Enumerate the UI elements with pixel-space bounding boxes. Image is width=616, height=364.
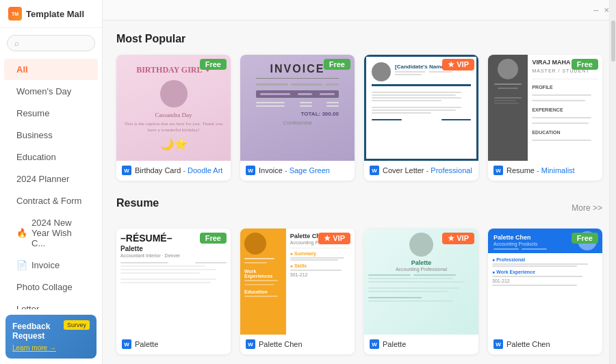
card-image-invoice: INVOICE — [240, 55, 355, 161]
most-popular-title: Most Popular — [116, 33, 602, 45]
template-card-palette-vip2[interactable]: Palette Accounting Professional — [364, 229, 478, 354]
badge-free-palette: Free — [200, 233, 227, 244]
card-name-resume-min: Resume - Minimalist — [506, 166, 575, 174]
fire-icon: 🔥 — [16, 228, 27, 238]
template-card-invoice[interactable]: INVOICE — [240, 55, 355, 181]
nav-items: All Women's Day Resume Business Educatio… — [0, 55, 102, 309]
palette-vip-preview: Work Experiences Education Palette Chen … — [240, 229, 355, 335]
nav-label-resume: Resume — [16, 108, 49, 118]
doc-icon-cover: W — [370, 166, 379, 175]
badge-free-birthday: Free — [200, 59, 227, 70]
palette-vip2-preview: Palette Accounting Professional — [364, 229, 478, 335]
template-card-palette-chen-vip[interactable]: Work Experiences Education Palette Chen … — [240, 229, 355, 354]
card-label-palette: W Palette — [116, 335, 231, 354]
close-button[interactable]: × — [604, 5, 609, 15]
doc-icon-palette-chen-free: W — [493, 339, 503, 349]
search-input[interactable] — [23, 38, 84, 48]
sidebar-item-photo-collage[interactable]: Photo Collage — [4, 276, 98, 298]
app-header: TM Template Mall — [0, 0, 102, 28]
template-card-resume-min[interactable]: VIRAJ MAHA MASTER / STUDENT PROFILE EXPE… — [488, 55, 602, 181]
card-name-palette-vip2: Palette — [383, 340, 406, 348]
nav-label-all: All — [16, 64, 28, 75]
page-wrapper: – × Most Popular BIRTHDAY GIRL ✦ Cassand… — [103, 0, 616, 364]
palette-preview: –RÉSUMÉ– Palette Accountant Interior · D… — [116, 229, 231, 335]
doc-icon-resume-min: W — [493, 166, 503, 175]
doc-icon-invoice: W — [246, 166, 255, 175]
nav-label-new-year: 2024 New Year Wish C... — [31, 218, 86, 248]
nav-label-business: Business — [16, 130, 53, 140]
invoice-preview: INVOICE — [240, 55, 355, 161]
sidebar-item-womens-day[interactable]: Women's Day — [4, 81, 98, 102]
card-image-palette-vip2: Palette Accounting Professional — [364, 229, 478, 335]
card-label-invoice: W Invoice - Sage Green — [240, 161, 355, 181]
feedback-badge: Survey — [64, 320, 90, 330]
template-card-palette-chen-free[interactable]: Palette Chen Accounting Products ● Profe… — [488, 229, 602, 354]
template-card-palette[interactable]: –RÉSUMÉ– Palette Accountant Interior · D… — [116, 229, 231, 354]
card-label-palette-chen-free: W Palette Chen — [488, 335, 602, 354]
palette-free-preview: Palette Chen Accounting Products ● Profe… — [488, 229, 602, 335]
most-popular-grid: BIRTHDAY GIRL ✦ Cassandra Day This is th… — [116, 55, 602, 181]
card-image-palette-chen: Work Experiences Education Palette Chen … — [240, 229, 355, 335]
badge-free-resume-min: Free — [572, 59, 598, 70]
resume-section-title: Resume — [116, 197, 159, 209]
resume-section-header: Resume More >> — [116, 197, 602, 219]
template-card-birthday[interactable]: BIRTHDAY GIRL ✦ Cassandra Day This is th… — [116, 55, 231, 181]
nav-label-womens-day: Women's Day — [16, 86, 71, 96]
sidebar-item-letter[interactable]: Letter — [4, 298, 98, 309]
app-title: Template Mall — [26, 9, 84, 19]
card-image-palette-chen-free: Palette Chen Accounting Products ● Profe… — [488, 229, 602, 335]
nav-label-letter: Letter — [16, 304, 39, 309]
minimize-button[interactable]: – — [593, 5, 598, 15]
feedback-box: Survey Feedback Request Learn more → — [5, 315, 97, 359]
doc-icon-palette: W — [122, 339, 131, 349]
resume-more-link[interactable]: More >> — [572, 203, 602, 213]
card-image-cover: [Candidate's Name] — [364, 55, 478, 161]
sidebar-item-all[interactable]: All — [4, 59, 98, 80]
card-name-palette: Palette — [135, 340, 158, 348]
badge-free-invoice: Free — [324, 59, 350, 70]
card-image-palette: –RÉSUMÉ– Palette Accountant Interior · D… — [116, 229, 231, 335]
sidebar-item-contract[interactable]: Contract & Form — [4, 190, 98, 211]
card-image-birthday: BIRTHDAY GIRL ✦ Cassandra Day This is th… — [116, 55, 231, 161]
sidebar-item-new-year[interactable]: 🔥 2024 New Year Wish C... — [4, 212, 98, 254]
sidebar-item-business[interactable]: Business — [4, 125, 98, 146]
nav-label-photo-collage: Photo Collage — [16, 282, 73, 292]
doc-icon-birthday: W — [122, 166, 131, 175]
search-icon: ⌕ — [14, 38, 19, 48]
feedback-link[interactable]: Learn more → — [12, 344, 56, 352]
card-label-palette-chen-vip: W Palette Chen — [240, 335, 355, 354]
sidebar: TM Template Mall ⌕ All Women's Day Resum… — [0, 0, 103, 364]
badge-vip-cover: VIP — [442, 59, 474, 70]
birthday-preview: BIRTHDAY GIRL ✦ Cassandra Day This is th… — [116, 55, 231, 161]
top-bar: – × — [103, 0, 616, 21]
scrollbar-thumb[interactable] — [611, 21, 615, 62]
main-content: Most Popular BIRTHDAY GIRL ✦ Cassandra D… — [103, 21, 616, 364]
scrollbar[interactable] — [609, 0, 616, 364]
badge-vip-palette-chen: VIP — [318, 233, 350, 244]
nav-label-contract: Contract & Form — [16, 196, 81, 206]
doc-icon-palette-vip2: W — [370, 339, 379, 349]
sidebar-item-education[interactable]: Education — [4, 146, 98, 168]
cover-preview: [Candidate's Name] — [364, 55, 478, 161]
card-name-invoice: Invoice - Sage Green — [259, 166, 330, 174]
resume-min-preview: VIRAJ MAHA MASTER / STUDENT PROFILE EXPE… — [488, 55, 602, 161]
search-box[interactable]: ⌕ — [7, 35, 95, 51]
sidebar-item-planner[interactable]: 2024 Planner — [4, 168, 98, 190]
card-name-cover: Cover Letter - Professional — [383, 166, 472, 174]
sidebar-item-invoice[interactable]: 📄 Invoice — [4, 255, 98, 276]
card-label-resume-min: W Resume - Minimalist — [488, 161, 602, 181]
sidebar-item-resume[interactable]: Resume — [4, 103, 98, 124]
template-card-cover[interactable]: [Candidate's Name] — [364, 55, 478, 181]
invoice-icon: 📄 — [16, 260, 27, 270]
card-image-resume-min: VIRAJ MAHA MASTER / STUDENT PROFILE EXPE… — [488, 55, 602, 161]
card-label-palette-vip2: W Palette — [364, 335, 478, 354]
nav-label-invoice: Invoice — [31, 260, 60, 270]
card-name-birthday: Birthday Card - Doodle Art — [135, 166, 222, 174]
nav-label-planner: 2024 Planner — [16, 174, 69, 184]
resume-grid: –RÉSUMÉ– Palette Accountant Interior · D… — [116, 229, 602, 354]
nav-label-education: Education — [16, 152, 56, 162]
card-name-palette-chen-vip: Palette Chen — [259, 340, 303, 348]
card-label-cover: W Cover Letter - Professional — [364, 161, 478, 181]
doc-icon-palette-chen-vip: W — [246, 339, 255, 349]
card-name-palette-chen-free: Palette Chen — [506, 340, 550, 348]
